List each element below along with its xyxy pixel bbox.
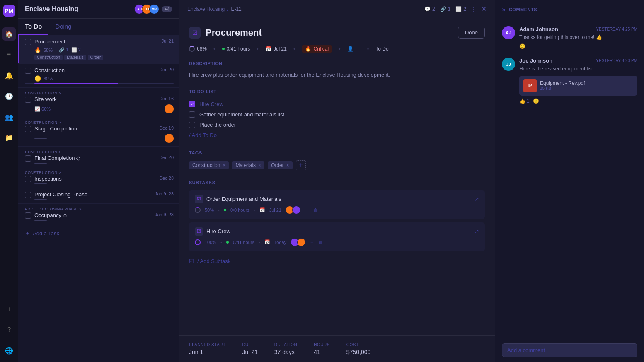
tag-order-remove[interactable]: × [286,162,289,168]
comment-author-0: Adam Johnson [519,26,558,32]
attr-status[interactable]: To Do [375,46,388,52]
comment-text-0: Thanks for getting this over to me! 👍 [519,34,637,41]
task-checkbox-stage[interactable] [25,126,31,132]
task-date-closing: Jan 9, 23 [155,191,174,196]
add-subtask-button[interactable]: ☑ / Add Subtask [189,255,485,268]
add-task-button[interactable]: ＋ Add a Task [18,224,179,242]
comment-time-0: YESTERDAY 4:25 PM [596,27,637,31]
task-attributes: 68% • 0/41 hours • 📅 Jul 21 • 🔥 Critical… [189,45,485,53]
task-item-final-completion[interactable]: Construction > Final Completion ◇ Dec 20 [18,147,179,167]
task-item-sitework[interactable]: Construction > Site work Dec 16 📈 60% [18,88,179,117]
comment-attachment-1[interactable]: P Equipment - Rev.pdf 15 KB [519,76,637,96]
emoji-react-icon-1[interactable]: 🙂 [533,98,539,104]
task-item-closing-phase[interactable]: Project Closing Phase Jan 9, 23 [18,188,179,204]
duration-label: DURATION [274,343,297,347]
todo-checkbox-0[interactable]: ✓ [189,101,195,107]
comments-title: COMMENTS [509,7,537,12]
task-checkbox-inspections[interactable] [25,176,31,182]
task-date-occupancy: Jan 9, 23 [155,212,174,217]
comment-avatar-0: AJ [502,26,515,39]
doing-tab[interactable]: Doing [48,19,78,35]
like-button-1[interactable]: 👍 1 [519,98,530,104]
tag-list: Construction × Materials × Order × ＋ [189,160,485,170]
task-name-sitework: Site work [34,96,56,102]
nav-globe[interactable]: 🌐 [2,344,16,357]
progress-bar-closing [34,199,47,200]
add-task-icon: ＋ [25,229,30,237]
tag-construction-remove[interactable]: × [223,162,225,168]
tag-materials-remove[interactable]: × [258,162,261,168]
task-checkbox-occupancy[interactable] [25,212,31,219]
task-item-procurement[interactable]: Procurement Jul 21 🔥 68% | 🔗 1 ⬜ 2 Const… [18,35,179,64]
add-task-label: Add a Task [33,230,59,237]
subtask-0-title-row: ☑ Order Equipment and Materials [195,195,281,203]
attr-assignee[interactable]: 👤 ＋ [347,46,361,53]
attr-hours: 0/41 hours [222,46,250,52]
subtask-icon: ⬜ [455,6,462,12]
task-progress-construction: 60% [44,76,53,81]
task-date-stage: Dec 19 [159,125,174,130]
subtask-1-external[interactable]: ↗ [475,228,479,234]
subtask-1-delete[interactable]: 🗑 [318,240,323,245]
subtask-1-date: Today [274,240,286,245]
nav-tasks[interactable]: ≡ [2,48,16,61]
subtask-0-delete[interactable]: 🗑 [313,208,318,212]
task-name-procurement: Procurement [34,39,65,45]
comment-time-1: YESTERDAY 4:23 PM [596,58,637,63]
task-item-inspections[interactable]: Construction > Inspections Dec 28 [18,167,179,188]
progress-bar-construction [34,83,118,84]
comment-body-0: Adam Johnson YESTERDAY 4:25 PM Thanks fo… [519,26,637,49]
add-todo-button[interactable]: / Add To Do [189,130,485,140]
nav-add[interactable]: ＋ [2,302,16,316]
subtask-0-hours: 0/0 hours [230,208,249,212]
emoji-react-icon-0[interactable]: 🙂 [519,43,525,49]
todo-checkbox-2[interactable] [189,122,195,128]
nav-help[interactable]: ？ [2,323,16,336]
subtask-0-add[interactable]: ＋ [305,207,309,213]
close-detail-icon[interactable]: ✕ [481,5,487,13]
group-label-stage: Construction > [25,121,174,125]
attr-date[interactable]: 📅 Jul 21 [265,46,287,52]
add-tag-button[interactable]: ＋ [296,160,306,170]
cost-label: COST [346,343,370,347]
done-button[interactable]: Done [458,27,485,39]
task-item-occupancy[interactable]: Project Closing Phase > Occupancy ◇ Jan … [18,204,179,224]
app-logo[interactable]: PM [3,5,15,17]
task-checkbox-closing[interactable] [25,192,31,198]
nav-home[interactable]: 🏠 [2,27,16,41]
nav-recent[interactable]: 🕐 [2,89,16,103]
comment-input[interactable] [502,343,637,357]
task-item-stage-completion[interactable]: Construction > Stage Completion Dec 19 [18,117,179,147]
subtask-1-add[interactable]: ＋ [310,239,314,245]
group-label-final: Construction > [25,150,174,155]
nav-notifications[interactable]: 🔔 [2,69,16,82]
comment-icon: 💬 [424,6,431,12]
comments-list: AJ Adam Johnson YESTERDAY 4:25 PM Thanks… [495,19,644,338]
todo-checkbox-1[interactable] [189,111,195,118]
comment-actions-0: 🙂 [519,43,637,49]
task-name-inspections: Inspections [34,176,62,182]
collapse-icon[interactable]: » [502,6,506,13]
task-checkbox-procurement[interactable] [25,39,31,45]
task-checkbox-final[interactable] [25,155,31,162]
tag-materials-label: Materials [235,162,256,168]
todo-tab[interactable]: To Do [18,19,48,35]
detail-header: Enclave Housing / E-11 💬 2 🔗 1 ⬜ 2 ⋮ ✕ [179,0,495,18]
nav-people[interactable]: 👥 [2,110,16,123]
nav-files[interactable]: 📁 [2,131,16,144]
more-options-icon[interactable]: ⋮ [471,6,476,12]
comment-body-1: Joe Johnson YESTERDAY 4:23 PM Here is th… [519,58,637,104]
task-date-procurement: Jul 21 [162,39,174,43]
due-label: DUE [242,343,257,347]
attr-progress: 68% [189,46,207,52]
subtask-0-external[interactable]: ↗ [475,196,479,202]
task-detail-panel: Enclave Housing / E-11 💬 2 🔗 1 ⬜ 2 ⋮ ✕ ☑ [179,0,495,362]
task-item-construction[interactable]: Construction Dec 20 🟡 60% [18,64,179,88]
task-checkbox-construction[interactable] [25,68,31,74]
task-checkbox-sitework[interactable] [25,97,31,103]
attr-priority[interactable]: 🔥 Critical [302,45,332,53]
cost-value: $750,000 [346,349,370,355]
attachment-icon-1: P [523,79,537,92]
meta-planned-start: PLANNED START Jun 1 [189,343,225,355]
breadcrumb: Enclave Housing / E-11 [187,6,242,12]
